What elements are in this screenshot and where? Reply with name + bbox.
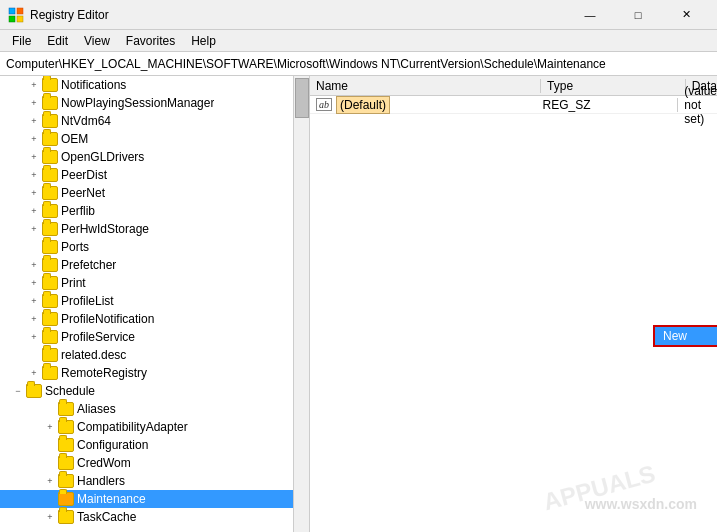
tree-item[interactable]: related.desc xyxy=(0,346,309,364)
tree-expand-icon[interactable] xyxy=(26,221,42,237)
tree-item[interactable]: NtVdm64 xyxy=(0,112,309,130)
tree-item[interactable]: PeerDist xyxy=(0,166,309,184)
tree-expand-icon[interactable] xyxy=(26,77,42,93)
tree-expand-icon[interactable] xyxy=(26,275,42,291)
window-controls: — □ ✕ xyxy=(567,1,709,29)
tree-item[interactable]: ProfileService xyxy=(0,328,309,346)
svg-rect-1 xyxy=(17,8,23,14)
tree-item[interactable]: NowPlayingSessionManager xyxy=(0,94,309,112)
folder-icon xyxy=(42,222,58,236)
menu-view[interactable]: View xyxy=(76,32,118,50)
tree-item-label: TaskCache xyxy=(77,510,136,524)
folder-icon xyxy=(42,78,58,92)
default-value-label: (Default) xyxy=(336,96,390,114)
folder-icon xyxy=(58,438,74,452)
tree-item-label: NtVdm64 xyxy=(61,114,111,128)
folder-icon xyxy=(42,348,58,362)
tree-expand-icon[interactable] xyxy=(26,365,42,381)
tree-item[interactable]: Aliases xyxy=(0,400,309,418)
tree-item[interactable]: ProfileNotification xyxy=(0,310,309,328)
tree-item-label: Print xyxy=(61,276,86,290)
tree-item-label: Configuration xyxy=(77,438,148,452)
tree-scrollbar[interactable] xyxy=(293,76,309,532)
tree-expand-icon[interactable] xyxy=(26,185,42,201)
tree-item[interactable]: CompatibilityAdapter xyxy=(0,418,309,436)
tree-item[interactable]: Schedule xyxy=(0,382,309,400)
tree-item[interactable]: Perflib xyxy=(0,202,309,220)
tree-expand-icon[interactable] xyxy=(10,383,26,399)
table-cell-type: REG_SZ xyxy=(537,98,679,112)
context-menu-overlay: New ▶ KeyString ValueBinary ValueDWORD (… xyxy=(310,76,717,532)
tree-item[interactable]: ProfileList xyxy=(0,292,309,310)
tree-expand-icon[interactable] xyxy=(26,167,42,183)
tree-item[interactable]: RemoteRegistry xyxy=(0,364,309,382)
tree-expand-icon[interactable] xyxy=(26,113,42,129)
tree-expand-icon[interactable] xyxy=(26,131,42,147)
tree-item[interactable]: Prefetcher xyxy=(0,256,309,274)
tree-item[interactable]: Notifications xyxy=(0,76,309,94)
table-row[interactable]: ab(Default)REG_SZ(value not set) xyxy=(310,96,717,114)
tree-item[interactable]: PeerNet xyxy=(0,184,309,202)
maximize-button[interactable]: □ xyxy=(615,1,661,29)
tree-item[interactable]: Handlers xyxy=(0,472,309,490)
table-cell-data: (value not set) xyxy=(678,84,717,126)
tree-expand-icon[interactable] xyxy=(26,203,42,219)
menu-bar: File Edit View Favorites Help xyxy=(0,30,717,52)
folder-icon xyxy=(42,294,58,308)
tree-expand-icon[interactable] xyxy=(26,293,42,309)
folder-icon xyxy=(58,492,74,506)
address-path: Computer\HKEY_LOCAL_MACHINE\SOFTWARE\Mic… xyxy=(6,57,606,71)
tree-expand-icon[interactable] xyxy=(26,149,42,165)
tree-item-label: Notifications xyxy=(61,78,126,92)
tree-item-label: NowPlayingSessionManager xyxy=(61,96,214,110)
folder-icon xyxy=(42,168,58,182)
main-content: NotificationsNowPlayingSessionManagerNtV… xyxy=(0,76,717,532)
minimize-button[interactable]: — xyxy=(567,1,613,29)
menu-favorites[interactable]: Favorites xyxy=(118,32,183,50)
menu-help[interactable]: Help xyxy=(183,32,224,50)
new-submenu-button[interactable]: New ▶ xyxy=(653,325,717,347)
tree-item[interactable]: Configuration xyxy=(0,436,309,454)
tree-expand-icon[interactable] xyxy=(26,257,42,273)
folder-icon xyxy=(26,384,42,398)
tree-item[interactable]: Maintenance xyxy=(0,490,309,508)
folder-icon xyxy=(42,96,58,110)
new-label: New xyxy=(663,329,687,343)
menu-edit[interactable]: Edit xyxy=(39,32,76,50)
tree-expand-icon[interactable] xyxy=(26,311,42,327)
scrollbar-thumb[interactable] xyxy=(295,78,309,118)
menu-file[interactable]: File xyxy=(4,32,39,50)
tree-expand-icon[interactable] xyxy=(26,95,42,111)
folder-icon xyxy=(42,312,58,326)
folder-icon xyxy=(42,330,58,344)
tree-item-label: OpenGLDrivers xyxy=(61,150,144,164)
tree-item-label: CredWom xyxy=(77,456,131,470)
table-cell-name: ab(Default) xyxy=(310,96,537,114)
tree-item-label: Ports xyxy=(61,240,89,254)
svg-rect-0 xyxy=(9,8,15,14)
title-bar: Registry Editor — □ ✕ xyxy=(0,0,717,30)
tree-item-label: Schedule xyxy=(45,384,95,398)
tree-item[interactable]: OEM xyxy=(0,130,309,148)
watermark: APPUALS xyxy=(541,460,659,517)
tree-expand-icon[interactable] xyxy=(42,419,58,435)
folder-icon xyxy=(42,276,58,290)
tree-item[interactable]: CredWom xyxy=(0,454,309,472)
tree-container: NotificationsNowPlayingSessionManagerNtV… xyxy=(0,76,309,526)
tree-item[interactable]: Ports xyxy=(0,238,309,256)
folder-icon xyxy=(58,456,74,470)
tree-expand-icon[interactable] xyxy=(42,473,58,489)
folder-icon xyxy=(58,420,74,434)
tree-expand-icon[interactable] xyxy=(26,329,42,345)
tree-expand-icon[interactable] xyxy=(42,509,58,525)
tree-item[interactable]: TaskCache xyxy=(0,508,309,526)
col-header-type: Type xyxy=(541,79,686,93)
tree-item[interactable]: PerHwIdStorage xyxy=(0,220,309,238)
tree-item-label: PeerDist xyxy=(61,168,107,182)
close-button[interactable]: ✕ xyxy=(663,1,709,29)
svg-rect-2 xyxy=(9,16,15,22)
tree-item-label: Handlers xyxy=(77,474,125,488)
tree-item-label: CompatibilityAdapter xyxy=(77,420,188,434)
tree-item[interactable]: Print xyxy=(0,274,309,292)
tree-item[interactable]: OpenGLDrivers xyxy=(0,148,309,166)
